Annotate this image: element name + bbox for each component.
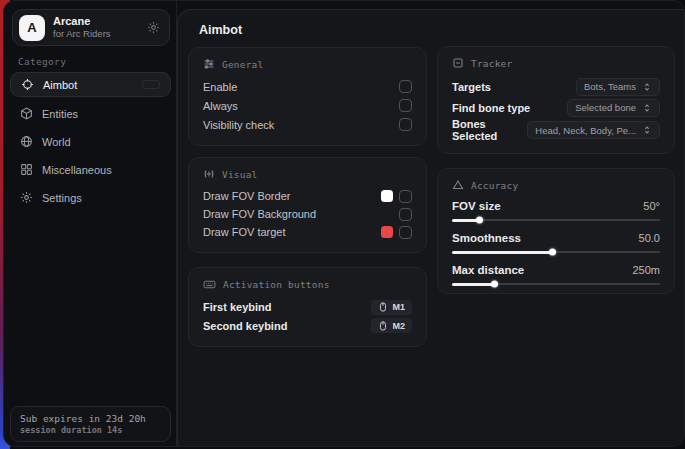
slider-fill [452, 251, 552, 254]
app-title: Arcane [53, 15, 139, 29]
main-panel: Aimbot General Enable Always [177, 9, 685, 447]
setting-label: Second keybind [203, 320, 287, 332]
sidebar-item-miscellaneous[interactable]: Miscellaneous [10, 157, 171, 182]
select-value: Bots, Teams [584, 81, 636, 92]
sidebar-item-world[interactable]: World [10, 129, 171, 154]
setting-value: 50° [643, 200, 660, 212]
setting-row: Find bone type Selected bone [452, 97, 660, 118]
setting-label: First keybind [203, 301, 271, 313]
sidebar-item-label: Aimbot [43, 79, 77, 91]
setting-label: Smoothness [452, 232, 521, 244]
triangle-icon [452, 179, 464, 191]
card-title: Tracker [471, 58, 512, 69]
accuracy-card: Accuracy FOV size 50° Smoothness 50.0 [437, 168, 675, 294]
select-value: Selected bone [575, 102, 636, 113]
tracker-card: Tracker Targets Bots, Teams Find bone ty… [437, 46, 675, 154]
visibility-check-checkbox[interactable] [399, 118, 412, 131]
fov-border-color-swatch[interactable] [381, 190, 393, 202]
app-window: A Arcane for Arc Riders Category Aimbot [3, 0, 685, 447]
scope-icon [203, 168, 215, 180]
slider-thumb[interactable] [476, 217, 483, 224]
sidebar-item-entities[interactable]: Entities [10, 101, 171, 126]
find-bone-type-select[interactable]: Selected bone [567, 99, 660, 117]
gear-icon [20, 191, 33, 204]
app-subtitle: for Arc Riders [53, 28, 139, 40]
subscription-info: Sub expires in 23d 20h session duration … [10, 406, 171, 442]
sidebar-item-label: World [42, 136, 71, 148]
setting-label: Always [203, 100, 238, 112]
setting-row: Visibility check [203, 115, 412, 134]
first-keybind-button[interactable]: M1 [371, 300, 412, 315]
card-title: Accuracy [471, 180, 518, 191]
max-distance-slider[interactable] [452, 278, 660, 290]
keybind-value: M1 [392, 302, 405, 312]
keyboard-icon [203, 278, 216, 291]
fov-target-color-swatch[interactable] [381, 226, 393, 238]
activation-card: Activation buttons First keybind M1 Seco… [188, 267, 427, 347]
nav-item-hint [142, 80, 160, 89]
setting-value: 250m [632, 264, 660, 276]
setting-label: Enable [203, 81, 237, 93]
draw-fov-background-checkbox[interactable] [399, 208, 412, 221]
sidebar: A Arcane for Arc Riders Category Aimbot [4, 1, 177, 446]
slider-fill [452, 283, 494, 286]
fov-size-slider[interactable] [452, 214, 660, 226]
slider-group: FOV size 50° [452, 198, 660, 226]
sub-expiry-text: Sub expires in 23d 20h [20, 413, 161, 424]
slider-thumb[interactable] [549, 249, 556, 256]
setting-row: Enable [203, 77, 412, 96]
setting-row: Second keybind M2 [203, 317, 412, 336]
setting-label: FOV size [452, 200, 501, 212]
sidebar-item-aimbot[interactable]: Aimbot [10, 72, 171, 97]
bones-selected-select[interactable]: Head, Neck, Body, Pe... [527, 121, 660, 139]
setting-row: Targets Bots, Teams [452, 76, 660, 97]
unfold-icon [642, 125, 652, 135]
always-checkbox[interactable] [399, 99, 412, 112]
setting-label: Draw FOV Border [203, 190, 290, 202]
setting-row: Draw FOV Background [203, 205, 412, 223]
category-label: Category [18, 56, 66, 67]
cube-icon [20, 107, 33, 120]
sidebar-item-settings[interactable]: Settings [10, 185, 171, 210]
select-value: Head, Neck, Body, Pe... [535, 125, 636, 136]
smoothness-slider[interactable] [452, 246, 660, 258]
draw-fov-target-checkbox[interactable] [399, 226, 412, 239]
visual-card: Visual Draw FOV Border Draw FOV Backgrou… [188, 157, 427, 253]
unfold-icon [642, 103, 652, 113]
session-duration-text: session duration 14s [20, 425, 161, 435]
card-title: General [222, 59, 263, 70]
slider-thumb[interactable] [491, 281, 498, 288]
setting-row: Always [203, 96, 412, 115]
setting-label: Find bone type [452, 102, 530, 114]
gear-icon[interactable] [147, 21, 160, 34]
slider-track [452, 219, 660, 221]
sliders-icon [203, 58, 215, 70]
setting-label: Draw FOV target [203, 226, 286, 238]
setting-value: 50.0 [639, 232, 660, 244]
sidebar-item-label: Settings [42, 192, 82, 204]
keybind-value: M2 [392, 321, 405, 331]
enable-checkbox[interactable] [399, 80, 412, 93]
setting-label: Max distance [452, 264, 524, 276]
app-logo: A [19, 15, 45, 41]
setting-row: First keybind M1 [203, 298, 412, 317]
sidebar-item-label: Miscellaneous [42, 164, 112, 176]
setting-label: Visibility check [203, 119, 274, 131]
slider-fill [452, 219, 479, 222]
draw-fov-border-checkbox[interactable] [399, 190, 412, 203]
page-title: Aimbot [199, 23, 242, 37]
slider-group: Max distance 250m [452, 262, 660, 290]
setting-row: Draw FOV target [203, 223, 412, 241]
brand-card[interactable]: A Arcane for Arc Riders [12, 9, 170, 46]
card-title: Activation buttons [223, 279, 330, 290]
setting-label: Bones Selected [452, 118, 527, 142]
second-keybind-button[interactable]: M2 [371, 318, 412, 333]
mouse-icon [378, 321, 388, 331]
unfold-icon [642, 82, 652, 92]
targets-select[interactable]: Bots, Teams [576, 78, 660, 96]
slider-group: Smoothness 50.0 [452, 230, 660, 258]
card-title: Visual [222, 169, 258, 180]
general-card: General Enable Always Visibility check [188, 47, 427, 146]
setting-label: Targets [452, 81, 491, 93]
crosshair-icon [21, 78, 34, 91]
